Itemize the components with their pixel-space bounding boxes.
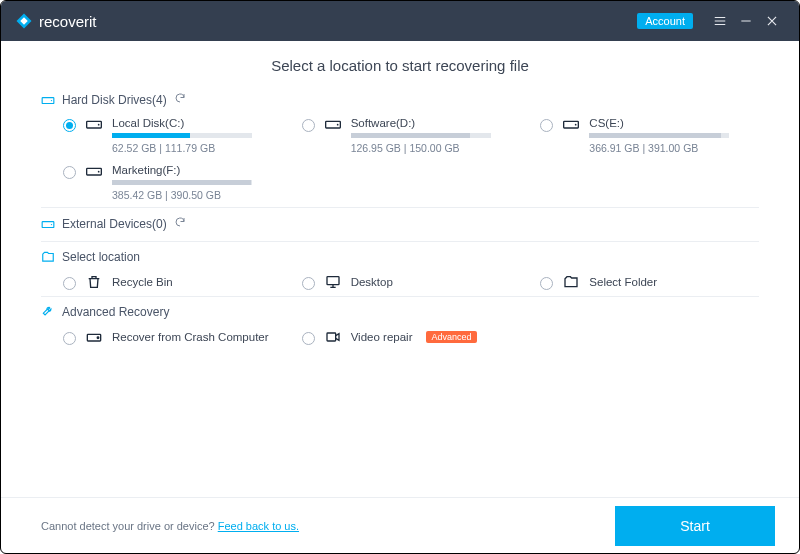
drive-size: 126.95 GB | 150.00 GB [351,142,521,154]
drive-item[interactable]: Software(D:) 126.95 GB | 150.00 GB [302,117,521,154]
app-logo: recoverit [15,12,97,30]
drive-usage-bar [112,180,252,185]
section-hdd-header: Hard Disk Drives(4) [41,92,759,107]
start-button[interactable]: Start [615,506,775,546]
drive-radio[interactable] [63,166,76,179]
menu-icon [713,14,727,28]
hdd-icon [86,164,102,178]
video-repair-icon [325,329,341,345]
hdd-icon [563,117,579,131]
drive-item[interactable]: Local Disk(C:) 62.52 GB | 111.79 GB [63,117,282,154]
refresh-hdd-button[interactable] [174,92,186,107]
section-advanced-header: Advanced Recovery [41,305,759,319]
location-label: Desktop [351,276,393,288]
divider [41,207,759,208]
drive-item[interactable]: CS(E:) 366.91 GB | 391.00 GB [540,117,759,154]
svg-point-11 [51,223,52,224]
folder-icon [563,274,579,290]
minimize-button[interactable] [733,14,759,28]
drive-radio[interactable] [302,119,315,132]
drive-radio[interactable] [540,119,553,132]
advanced-section-icon [41,305,55,319]
drive-name: CS(E:) [589,117,759,129]
drive-radio[interactable] [63,119,76,132]
location-item-select-folder[interactable]: Select Folder [540,274,759,290]
svg-point-5 [336,124,338,126]
external-section-icon [41,217,55,231]
advanced-label: Video repair [351,331,413,343]
location-grid: Recycle Bin Desktop Select Folder [41,274,759,290]
drive-size: 62.52 GB | 111.79 GB [112,142,282,154]
footer-note: Cannot detect your drive or device? Feed… [41,520,299,532]
drive-usage-bar [112,133,252,138]
main-panel: Select a location to start recovering fi… [1,41,799,497]
location-label: Recycle Bin [112,276,173,288]
svg-point-1 [51,99,52,100]
app-name: recoverit [39,13,97,30]
advanced-radio[interactable] [63,332,76,345]
svg-rect-12 [327,277,339,285]
location-radio[interactable] [63,277,76,290]
location-item-recycle-bin[interactable]: Recycle Bin [63,274,282,290]
svg-rect-15 [327,333,336,341]
section-external-header: External Devices(0) [41,216,759,231]
hdd-icon [86,117,102,131]
svg-point-7 [575,124,577,126]
location-radio[interactable] [302,277,315,290]
titlebar: recoverit Account [1,1,799,41]
page-title: Select a location to start recovering fi… [41,57,759,74]
desktop-icon [325,274,341,290]
drive-usage-bar [351,133,491,138]
svg-point-9 [98,171,100,173]
section-location-header: Select location [41,250,759,264]
account-button[interactable]: Account [637,13,693,29]
advanced-radio[interactable] [302,332,315,345]
location-item-desktop[interactable]: Desktop [302,274,521,290]
section-advanced-title: Advanced Recovery [62,305,169,319]
logo-icon [15,12,33,30]
svg-point-14 [97,337,99,339]
drive-size: 366.91 GB | 391.00 GB [589,142,759,154]
footer-note-text: Cannot detect your drive or device? [41,520,218,532]
recycle-bin-icon [86,274,102,290]
section-hdd-title: Hard Disk Drives(4) [62,93,167,107]
advanced-badge: Advanced [426,331,476,343]
divider [41,241,759,242]
advanced-label: Recover from Crash Computer [112,331,269,343]
close-button[interactable] [759,14,785,28]
hdd-icon [325,117,341,131]
footer: Cannot detect your drive or device? Feed… [1,497,799,553]
section-external-title: External Devices(0) [62,217,167,231]
drive-name: Local Disk(C:) [112,117,282,129]
menu-button[interactable] [707,14,733,28]
advanced-item-video-repair[interactable]: Video repair Advanced [302,329,521,345]
location-radio[interactable] [540,277,553,290]
location-section-icon [41,250,55,264]
feedback-link[interactable]: Feed back to us. [218,520,299,532]
section-location-title: Select location [62,250,140,264]
advanced-item-crash-recovery[interactable]: Recover from Crash Computer [63,329,282,345]
refresh-external-button[interactable] [174,216,186,231]
location-label: Select Folder [589,276,657,288]
hdd-grid: Local Disk(C:) 62.52 GB | 111.79 GB Soft… [41,117,759,201]
drive-size: 385.42 GB | 390.50 GB [112,189,282,201]
svg-point-3 [98,124,100,126]
drive-name: Software(D:) [351,117,521,129]
divider [41,296,759,297]
hdd-section-icon [41,93,55,107]
drive-name: Marketing(F:) [112,164,282,176]
minimize-icon [739,14,753,28]
drive-item[interactable]: Marketing(F:) 385.42 GB | 390.50 GB [63,164,282,201]
advanced-grid: Recover from Crash Computer Video repair… [41,329,759,345]
close-icon [765,14,779,28]
hdd-icon [86,329,102,345]
drive-usage-bar [589,133,729,138]
